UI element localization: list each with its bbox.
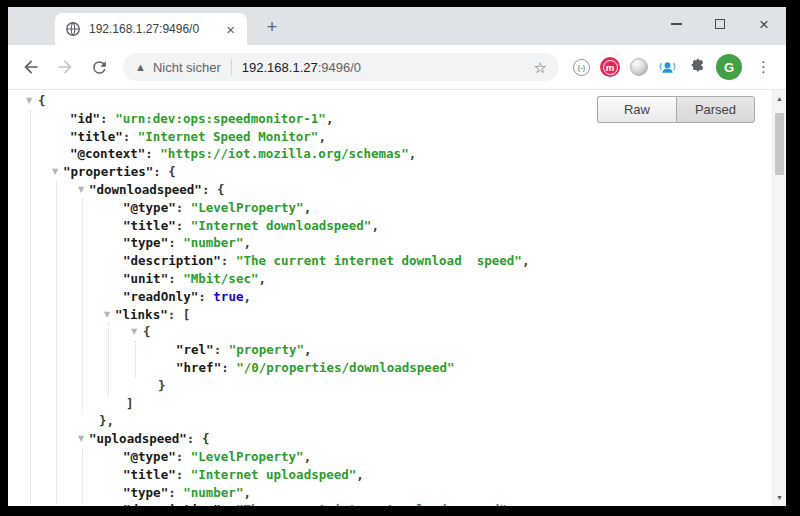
security-label[interactable]: Nicht sicher bbox=[153, 60, 221, 75]
json-line: ▼"links": [ bbox=[8, 306, 772, 324]
json-punctuation: { bbox=[38, 93, 46, 108]
new-tab-button[interactable]: + bbox=[260, 15, 284, 39]
json-punctuation: : { bbox=[187, 431, 210, 446]
json-key: "links" bbox=[115, 307, 168, 322]
extensions-puzzle-icon[interactable] bbox=[687, 58, 706, 77]
json-line: ▼"downloadspeed": { bbox=[8, 181, 772, 199]
extension-sphere-icon[interactable] bbox=[630, 58, 648, 76]
json-string-value: "LevelProperty" bbox=[191, 449, 304, 464]
json-punctuation: , bbox=[304, 342, 312, 357]
json-string-value: "/0/properties/downloadspeed" bbox=[236, 360, 454, 375]
vertical-scrollbar[interactable]: ▲ ▼ bbox=[772, 90, 786, 506]
json-punctuation: : bbox=[168, 235, 183, 250]
bookmark-star-icon[interactable]: ☆ bbox=[534, 60, 547, 75]
json-punctuation: , bbox=[522, 253, 530, 268]
extension-circle-dash-icon[interactable]: (-) bbox=[573, 59, 590, 76]
json-line: ▼"uploadspeed": { bbox=[8, 430, 772, 448]
json-line: "@context": "https://iot.mozilla.org/sch… bbox=[8, 145, 772, 163]
json-key: "title" bbox=[70, 129, 123, 144]
collapse-triangle-icon[interactable]: ▼ bbox=[26, 92, 32, 110]
scroll-down-icon[interactable]: ▼ bbox=[773, 494, 786, 501]
json-punctuation: , bbox=[258, 271, 266, 286]
tab-close-icon[interactable]: × bbox=[224, 22, 237, 37]
back-arrow-icon bbox=[21, 57, 41, 77]
json-key: "@type" bbox=[123, 200, 176, 215]
minimize-icon bbox=[671, 23, 682, 25]
address-bar[interactable]: ▲ Nicht sicher 192.168.1.27 :9496/0 ☆ bbox=[123, 53, 559, 81]
json-key: "unit" bbox=[123, 271, 168, 286]
json-line: "type": "number", bbox=[8, 234, 772, 252]
json-line: "title": "Internet downloadspeed", bbox=[8, 217, 772, 235]
parsed-button[interactable]: Parsed bbox=[676, 96, 755, 123]
json-key: "properties" bbox=[63, 164, 153, 179]
json-punctuation: , bbox=[507, 502, 515, 506]
maximize-icon bbox=[715, 19, 725, 29]
json-line: ▼"properties": { bbox=[8, 163, 772, 181]
json-punctuation: : bbox=[176, 449, 191, 464]
json-punctuation: , bbox=[243, 289, 251, 304]
json-punctuation: ] bbox=[126, 396, 134, 411]
page-content: Raw Parsed ▼{"id": "urn:dev:ops:speedmon… bbox=[8, 90, 786, 506]
json-punctuation: , bbox=[409, 146, 417, 161]
close-button[interactable]: × bbox=[742, 7, 786, 41]
browser-toolbar: ▲ Nicht sicher 192.168.1.27 :9496/0 ☆ (-… bbox=[8, 45, 786, 90]
collapse-triangle-icon[interactable]: ▼ bbox=[52, 163, 58, 181]
json-boolean-value: true bbox=[213, 289, 243, 304]
json-key: "description" bbox=[123, 502, 221, 506]
json-line: "title": "Internet Speed Monitor", bbox=[8, 128, 772, 146]
raw-parsed-toggle: Raw Parsed bbox=[597, 96, 755, 123]
browser-menu-icon[interactable]: ⋮ bbox=[752, 58, 771, 76]
json-line: }, bbox=[8, 412, 772, 430]
scroll-up-icon[interactable]: ▲ bbox=[773, 95, 786, 102]
json-punctuation: : bbox=[168, 271, 183, 286]
json-punctuation: : bbox=[221, 502, 236, 506]
json-key: "rel" bbox=[176, 342, 214, 357]
json-key: "title" bbox=[123, 218, 176, 233]
json-punctuation: : bbox=[100, 111, 115, 126]
tab-title: 192.168.1.27:9496/0 bbox=[89, 22, 224, 36]
tab-strip: 192.168.1.27:9496/0 × + × bbox=[8, 7, 786, 45]
json-key: "downloadspeed" bbox=[89, 182, 202, 197]
json-key: "description" bbox=[123, 253, 221, 268]
json-string-value: "Internet Speed Monitor" bbox=[138, 129, 319, 144]
json-string-value: "The current internet download speed" bbox=[236, 253, 522, 268]
reload-icon bbox=[90, 58, 109, 77]
forward-button[interactable] bbox=[48, 50, 82, 84]
json-punctuation: , bbox=[243, 485, 251, 500]
json-punctuation: : bbox=[123, 129, 138, 144]
json-key: "type" bbox=[123, 485, 168, 500]
extension-blue-assistant-icon[interactable] bbox=[658, 58, 677, 77]
json-string-value: "property" bbox=[229, 342, 304, 357]
minimize-button[interactable] bbox=[654, 7, 698, 41]
reload-button[interactable] bbox=[82, 50, 116, 84]
json-key: "uploadspeed" bbox=[89, 431, 187, 446]
extension-m-badge-icon[interactable]: m bbox=[600, 57, 620, 77]
json-punctuation: : bbox=[198, 289, 213, 304]
not-secure-warning-icon[interactable]: ▲ bbox=[135, 62, 146, 73]
collapse-triangle-icon[interactable]: ▼ bbox=[131, 323, 137, 341]
profile-avatar[interactable]: G bbox=[716, 54, 742, 80]
json-punctuation: : bbox=[176, 218, 191, 233]
maximize-button[interactable] bbox=[698, 7, 742, 41]
json-punctuation: } bbox=[158, 378, 166, 393]
json-string-value: "Internet uploadspeed" bbox=[191, 467, 357, 482]
json-line: } bbox=[8, 377, 772, 395]
json-line: "@type": "LevelProperty", bbox=[8, 199, 772, 217]
scrollbar-thumb[interactable] bbox=[775, 113, 784, 175]
json-punctuation: }, bbox=[99, 413, 114, 428]
collapse-triangle-icon[interactable]: ▼ bbox=[78, 181, 84, 199]
json-punctuation: : bbox=[176, 200, 191, 215]
json-punctuation: , bbox=[356, 467, 364, 482]
json-punctuation: : { bbox=[153, 164, 176, 179]
back-button[interactable] bbox=[14, 50, 48, 84]
collapse-triangle-icon[interactable]: ▼ bbox=[104, 306, 110, 324]
json-string-value: "number" bbox=[183, 485, 243, 500]
json-line: "rel": "property", bbox=[8, 341, 772, 359]
url-path: :9496/0 bbox=[318, 60, 361, 75]
json-string-value: "urn:dev:ops:speedmonitor-1" bbox=[115, 111, 326, 126]
collapse-triangle-icon[interactable]: ▼ bbox=[78, 430, 84, 448]
browser-tab[interactable]: 192.168.1.27:9496/0 × bbox=[55, 13, 247, 45]
raw-button[interactable]: Raw bbox=[597, 96, 676, 123]
json-punctuation: : bbox=[176, 467, 191, 482]
json-key: "type" bbox=[123, 235, 168, 250]
